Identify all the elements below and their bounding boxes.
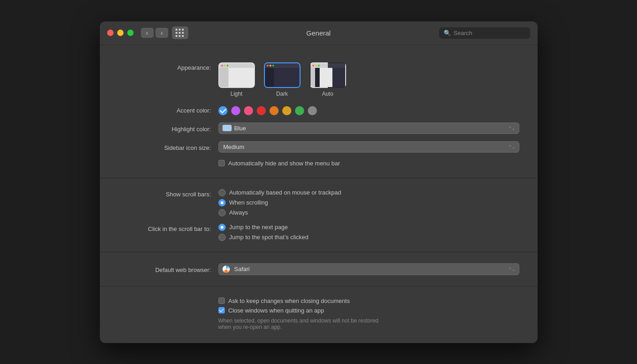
click-spot-label: Jump to the spot that’s clicked [229,234,309,241]
menu-bar-content: Automatically hide and show the menu bar [218,160,519,167]
search-input[interactable] [454,30,526,36]
back-icon: ‹ [146,29,148,36]
default-browser-label: Default web browser: [118,265,218,273]
settings-content: Appearance: [100,45,538,343]
click-scroll-bar-row: Click in the scroll bar to: Jump to the … [100,220,538,245]
appearance-auto-label: Auto [322,91,333,97]
show-scroll-bars-content: Automatically based on mouse or trackpad… [218,189,519,216]
appearance-auto-option[interactable]: Auto [310,62,346,97]
titlebar: ‹ › General 🔍 [100,21,538,45]
click-next-page-row[interactable]: Jump to the next page [218,224,519,231]
divider-3 [100,286,538,287]
close-windows-label: Close windows when quitting an app [228,307,324,314]
appearance-light-preview [218,62,255,88]
accent-red[interactable] [257,106,266,115]
default-browser-value: Safari [234,266,250,272]
menu-bar-checkbox-label: Automatically hide and show the menu bar [228,160,340,167]
appearance-options-container: Light [218,62,519,97]
appearance-dark-label: Dark [276,91,288,97]
show-scroll-bars-row: Show scroll bars: Automatically based on… [100,185,538,220]
accent-colors-container [218,104,519,115]
menu-bar-checkbox[interactable] [218,160,225,166]
sidebar-icon-size-select-wrapper[interactable]: Medium ⌃⌄ [218,141,519,153]
accent-graphite[interactable] [308,106,317,115]
click-next-page-label: Jump to the next page [229,224,288,231]
scroll-bars-always-label: Always [229,209,248,216]
sidebar-icon-size-label: Sidebar icon size: [118,143,218,151]
click-scroll-bar-content: Jump to the next page Jump to the spot t… [218,224,519,241]
highlight-color-select-wrapper[interactable]: Blue ⌃⌄ [218,123,519,134]
menu-bar-label [118,160,218,162]
ask-keep-changes-row[interactable]: Ask to keep changes when closing documen… [218,297,519,304]
sidebar-icon-size-row: Sidebar icon size: Medium ⌃⌄ [100,138,538,156]
appearance-row: Appearance: [100,59,538,101]
close-windows-checkbox[interactable] [218,307,225,313]
settings-window: ‹ › General 🔍 Appearance: [100,21,538,343]
search-box[interactable]: 🔍 [439,27,530,39]
click-spot-row[interactable]: Jump to the spot that’s clicked [218,234,519,241]
back-button[interactable]: ‹ [141,28,154,38]
search-icon: 🔍 [444,30,451,36]
click-scroll-bar-label: Click in the scroll bar to: [118,224,218,232]
highlight-color-row: Highlight color: Blue ⌃⌄ [100,119,538,138]
sidebar-icon-size-value: Medium [223,144,244,150]
accent-pink[interactable] [244,106,253,115]
window-title: General [306,29,331,37]
default-browser-row: Default web browser: Safari ⌃⌄ [100,260,538,279]
documents-label [118,297,218,299]
accent-purple[interactable] [231,106,240,115]
close-windows-row[interactable]: Close windows when quitting an app [218,307,519,314]
scroll-bars-auto-label: Automatically based on mouse or trackpad [229,189,342,196]
ask-keep-changes-checkbox[interactable] [218,297,225,304]
safari-icon [223,266,230,273]
documents-helper-text: When selected, open documents and window… [218,318,519,330]
nav-buttons: ‹ › [141,28,168,38]
accent-color-row: Accent color: [100,101,538,119]
close-button[interactable] [107,30,114,36]
accent-blue[interactable] [218,106,228,115]
accent-color-label: Accent color: [118,105,218,114]
divider-2 [100,252,538,252]
forward-button[interactable]: › [155,28,168,38]
traffic-lights [107,30,134,36]
appearance-options: Light [218,62,519,97]
scroll-bars-always-row[interactable]: Always [218,209,519,216]
accent-colors [218,106,519,115]
grid-view-button[interactable] [172,26,188,39]
highlight-color-swatch [223,125,232,131]
maximize-button[interactable] [127,30,134,36]
appearance-dark-option[interactable]: Dark [264,62,300,97]
appearance-light-option[interactable]: Light [218,62,255,97]
accent-orange[interactable] [269,106,279,115]
accent-yellow[interactable] [282,106,291,115]
documents-row: Ask to keep changes when closing documen… [100,294,538,334]
highlight-color-label: Highlight color: [118,124,218,133]
show-scroll-bars-label: Show scroll bars: [118,189,218,198]
sidebar-icon-size-content: Medium ⌃⌄ [218,141,519,153]
helper-text-content: When selected, open documents and window… [218,318,379,330]
highlight-color-value: Blue [234,125,246,132]
forward-icon: › [161,29,163,36]
chevron-updown-icon-3: ⌃⌄ [508,267,515,272]
appearance-label: Appearance: [118,62,218,71]
scroll-bars-scrolling-row[interactable]: When scrolling [218,199,519,206]
scroll-bars-auto-radio[interactable] [218,189,226,196]
ask-keep-changes-label: Ask to keep changes when closing documen… [228,297,350,304]
chevron-updown-icon-2: ⌃⌄ [508,144,515,149]
grid-icon [176,29,184,37]
click-next-page-radio[interactable] [218,224,226,231]
scroll-bars-auto-row[interactable]: Automatically based on mouse or trackpad [218,189,519,196]
default-browser-content: Safari ⌃⌄ [218,263,519,275]
menu-bar-row: Automatically hide and show the menu bar [100,156,538,170]
divider-1 [100,178,538,178]
appearance-dark-preview [264,62,300,88]
scroll-bars-scrolling-radio[interactable] [218,199,226,206]
appearance-auto-preview [310,62,346,88]
click-spot-radio[interactable] [218,234,226,241]
menu-bar-checkbox-row[interactable]: Automatically hide and show the menu bar [218,160,519,167]
scroll-bars-always-radio[interactable] [218,209,226,216]
accent-green[interactable] [295,106,304,115]
highlight-color-content: Blue ⌃⌄ [218,123,519,134]
minimize-button[interactable] [117,30,124,36]
default-browser-select[interactable]: Safari ⌃⌄ [218,263,519,275]
